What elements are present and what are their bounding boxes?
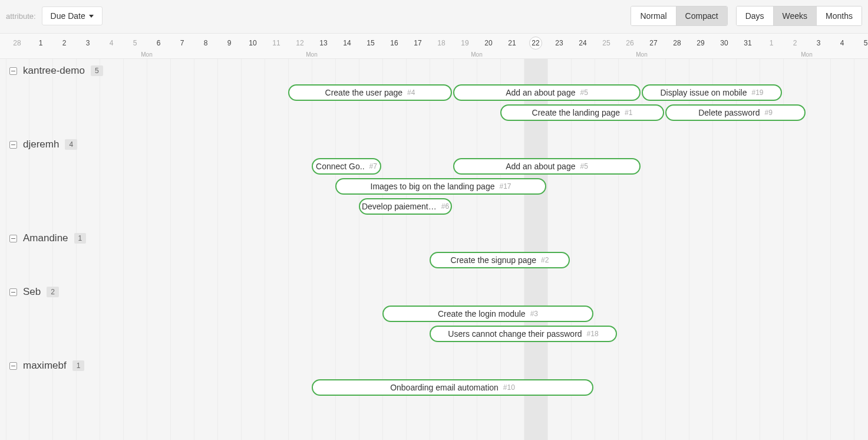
minus-icon: [11, 238, 15, 239]
group-header: Seb2: [9, 286, 59, 298]
task-id: #1: [625, 109, 632, 117]
timeline-tick: 22: [529, 37, 542, 50]
months-button[interactable]: Months: [817, 6, 862, 25]
group-name[interactable]: maximebf: [23, 360, 67, 372]
collapse-icon[interactable]: [9, 288, 17, 296]
task-title: Develop paiement…: [362, 202, 437, 211]
timeline-tick: 21: [508, 34, 516, 52]
grid-vertical-line: [147, 59, 147, 440]
normal-button[interactable]: Normal: [631, 6, 676, 25]
group-count-badge: 1: [72, 360, 85, 371]
task-bar[interactable]: Images to big on the landing page#17: [335, 178, 546, 195]
task-title: Display issue on mobile: [660, 88, 747, 97]
collapse-icon[interactable]: [9, 67, 17, 75]
timeline-tick: 11: [272, 34, 280, 52]
task-bar[interactable]: Users cannot change their password#18: [430, 326, 617, 342]
task-id: #5: [580, 162, 588, 170]
task-id: #19: [752, 88, 764, 97]
weeks-button[interactable]: Weeks: [774, 6, 817, 25]
grid-vertical-line: [170, 59, 171, 440]
monday-label: Mon: [801, 51, 812, 58]
timeline-tick: 14: [343, 34, 351, 52]
days-button[interactable]: Days: [737, 6, 774, 25]
collapse-icon[interactable]: [9, 141, 17, 149]
task-bar[interactable]: Onboarding email automation#10: [312, 379, 593, 396]
monday-label: Mon: [141, 51, 152, 58]
grid-vertical-line: [123, 59, 124, 440]
timeline-tick: 29: [697, 34, 704, 52]
group-name[interactable]: Amandine: [23, 232, 68, 244]
task-bar[interactable]: Create the user page#4: [288, 84, 452, 101]
timeline-tick: 7: [180, 34, 184, 52]
grid-vertical-line: [807, 59, 807, 440]
group-count-badge: 4: [65, 139, 77, 150]
timeline-tick: 8: [204, 34, 208, 52]
minus-icon: [11, 145, 15, 145]
task-bar[interactable]: Add an about page#5: [453, 158, 641, 175]
task-bar[interactable]: Connect Go..#7: [312, 158, 381, 175]
timeline-tick: 19: [461, 34, 468, 52]
task-title: Images to big on the landing page: [371, 182, 495, 191]
group-name[interactable]: kantree-demo: [23, 65, 85, 77]
task-id: #18: [587, 330, 599, 338]
timeline-tick: 3: [86, 34, 90, 52]
timeline-tick: 6: [157, 34, 161, 52]
monday-label: Mon: [471, 51, 482, 58]
timeline-tick: 30: [720, 34, 728, 52]
grid-vertical-line: [241, 59, 242, 440]
task-id: #2: [541, 256, 549, 264]
timeline-tick: 4: [840, 34, 844, 52]
task-bar[interactable]: Develop paiement…#6: [359, 198, 452, 215]
timeline-tick: 1: [39, 34, 43, 52]
task-id: #7: [369, 162, 377, 170]
task-title: Create the user page: [325, 88, 403, 97]
range-button-group: DaysWeeksMonths: [736, 6, 862, 26]
grid-vertical-line: [265, 59, 265, 440]
task-id: #4: [407, 88, 415, 97]
timeline-tick: 16: [390, 34, 398, 52]
task-title: Add an about page: [506, 162, 575, 171]
task-title: Create the login module: [438, 309, 526, 318]
grid-vertical-line: [194, 59, 194, 440]
collapse-icon[interactable]: [9, 362, 17, 370]
timeline-tick: 10: [249, 34, 256, 52]
minus-icon: [11, 71, 15, 71]
task-title: Create the signup page: [451, 255, 537, 265]
monday-label: Mon: [306, 51, 317, 58]
group-count-badge: 2: [47, 287, 59, 297]
group-name[interactable]: djeremh: [23, 139, 59, 150]
task-bar[interactable]: Create the landing page#1: [500, 104, 664, 121]
group-header: kantree-demo5: [9, 65, 103, 77]
timeline-tick: 27: [649, 34, 657, 52]
timeline-tick: 18: [437, 34, 445, 52]
grid-vertical-line: [288, 59, 289, 440]
task-id: #3: [530, 310, 538, 318]
timeline-tick: 2: [793, 34, 797, 52]
task-title: Onboarding email automation: [390, 383, 499, 392]
timeline-tick: 3: [817, 34, 821, 52]
task-bar[interactable]: Create the login module#3: [382, 306, 593, 322]
attribute-value: Due Date: [51, 11, 85, 21]
task-bar[interactable]: Delete password#9: [665, 104, 806, 121]
group-name[interactable]: Seb: [23, 286, 41, 298]
task-id: #10: [503, 383, 515, 392]
compact-button[interactable]: Compact: [676, 6, 727, 25]
timeline-tick: 1: [770, 34, 774, 52]
timeline-tick: 23: [555, 34, 563, 52]
attribute-dropdown[interactable]: Due Date: [42, 6, 103, 25]
group-count-badge: 5: [91, 65, 103, 76]
group-header: Amandine1: [9, 232, 86, 244]
timeline-tick: 24: [579, 34, 586, 52]
timeline-tick: 12: [296, 34, 303, 52]
attribute-label: attribute:: [6, 12, 36, 21]
task-bar[interactable]: Create the signup page#2: [430, 252, 570, 268]
task-id: #5: [580, 88, 588, 97]
timeline-tick: 15: [367, 34, 374, 52]
timeline-tick: 28: [673, 34, 681, 52]
collapse-icon[interactable]: [9, 235, 17, 242]
grid-vertical-line: [29, 59, 29, 440]
task-title: Connect Go..: [316, 162, 365, 171]
task-bar[interactable]: Display issue on mobile#19: [642, 84, 782, 101]
timeline-tick: 28: [13, 34, 21, 52]
task-bar[interactable]: Add an about page#5: [453, 84, 641, 101]
